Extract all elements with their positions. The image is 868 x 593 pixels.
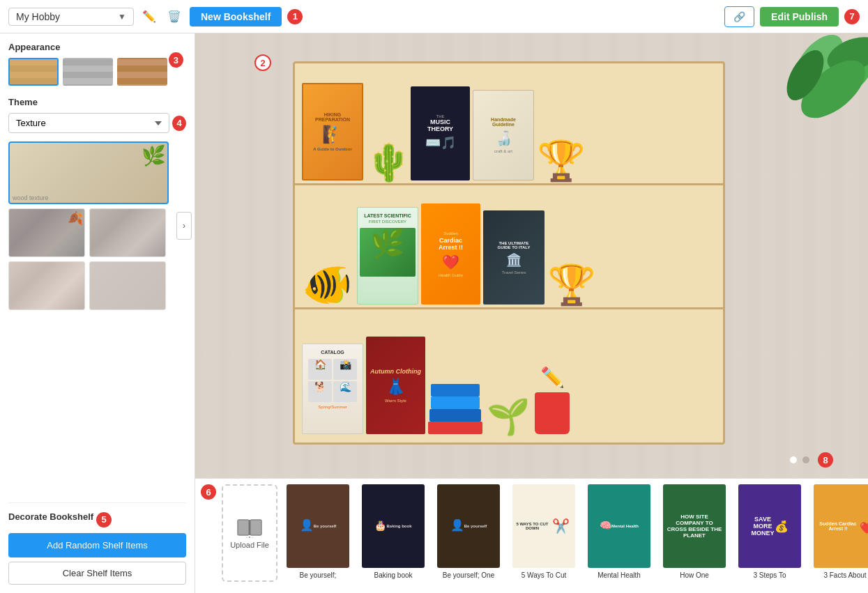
book-italy[interactable]: THE ULTIMATEGUIDE TO ITALY 🏛️ Travel Ser… <box>483 210 545 305</box>
upload-area[interactable]: Upload File <box>222 484 277 582</box>
book-music[interactable]: THE MUSICTHEORY ⌨️🎵 <box>411 86 470 180</box>
cactus-deco[interactable]: 🌵 <box>366 104 408 180</box>
appearance-options: 3 <box>8 58 186 86</box>
appearance-opt-3[interactable] <box>117 58 167 86</box>
pagination-dots: 8 <box>790 452 833 468</box>
pagination-dot-2[interactable] <box>802 456 809 463</box>
appearance-title: Appearance <box>8 42 186 52</box>
new-bookshelf-button[interactable]: New Bookshelf <box>190 7 282 26</box>
texture-gallery: 🌿 wood texture 🍂 › <box>8 141 186 310</box>
appearance-opt-2[interactable] <box>63 58 113 86</box>
topbar-right: 🔗 Edit Publish 7 <box>724 6 860 27</box>
badge-7: 7 <box>844 9 860 24</box>
badge-5: 5 <box>96 512 112 527</box>
badge-1: 1 <box>287 9 303 24</box>
hobby-dropdown[interactable]: My Hobby ▼ <box>8 8 134 26</box>
decorate-title: Decorate Bookshelf <box>8 511 93 522</box>
strip-book-0[interactable]: 👤 Be yourself Be yourself; <box>283 484 353 580</box>
svg-rect-6 <box>250 520 261 535</box>
decorate-section: Decorate Bookshelf 5 Add Random Shelf It… <box>8 502 186 585</box>
strip-book-title-2: Be yourself; One <box>443 571 494 580</box>
strip-book-title-5: How One <box>680 571 709 580</box>
badge-2: 2 <box>254 54 271 71</box>
shelf-row-3: CATALOG 🏠 📸 🐕 🌊 Spring/Summer <box>302 309 716 437</box>
texture-thumb-5[interactable] <box>89 261 166 310</box>
shelf-row-1: HIKING PREPARATION 🧗 A Guide to Outdoor … <box>302 77 716 183</box>
delete-icon[interactable]: 🗑️ <box>165 7 184 26</box>
content-area: 2 <box>195 33 868 593</box>
strip-book-title-7: 3 Facts About <box>823 571 866 580</box>
theme-section: Theme Texture 4 <box>8 97 186 133</box>
pencil-holder[interactable]: ✏️ <box>535 364 577 434</box>
shelf-row-2: 🐠 LATEST SCIENTIFIC FIRST DISCOVERY 🌿 <box>302 185 716 307</box>
texture-thumb-3[interactable] <box>89 208 166 257</box>
strip-book-5[interactable]: HOW SITE COMPANY TO CROSS BESIDE THE PLA… <box>660 484 729 580</box>
books-strip: 6 Upload File 👤 Be yourself Be your <box>195 478 868 593</box>
edit-icon[interactable]: ✏️ <box>139 7 159 26</box>
shelf-unit: HIKING PREPARATION 🧗 A Guide to Outdoor … <box>293 61 725 445</box>
sidebar: Appearance 3 Theme Texture 4 🌿 wood text… <box>0 33 195 593</box>
book-cardiac[interactable]: Sudden CardiacArrest !! ❤️ Health Guide <box>421 203 480 305</box>
appearance-opt-1[interactable] <box>8 58 59 86</box>
bookshelf-canvas: 2 <box>195 33 868 478</box>
strip-book-title-0: Be yourself; <box>300 571 337 580</box>
stacked-books[interactable] <box>428 378 484 434</box>
trophy-deco-1[interactable]: 🏆 <box>537 97 582 180</box>
strip-book-1[interactable]: 🎂 Baking book Baking book <box>358 484 428 580</box>
hobby-select-value: My Hobby <box>16 11 60 22</box>
clear-shelf-button[interactable]: Clear Shelf Items <box>8 562 186 585</box>
book-catalog[interactable]: CATALOG 🏠 📸 🐕 🌊 Spring/Summer <box>302 344 363 434</box>
plant-deco-shelf[interactable]: 🌱 <box>487 357 532 434</box>
plant-decoration <box>743 33 868 173</box>
book-open-icon <box>237 517 262 538</box>
strip-book-title-3: 5 Ways To Cut <box>521 571 566 580</box>
strip-book-6[interactable]: SAVEMOREMONEY 💰 3 Steps To <box>735 484 805 580</box>
book-handmade[interactable]: HandmadeGuideline 🍶 craft & art <box>473 90 534 180</box>
strip-book-title-1: Baking book <box>374 571 412 580</box>
trophy-deco-2[interactable]: 🏆 <box>547 221 593 305</box>
strip-book-3[interactable]: 5 WAYS TO CUT DOWN ✂️ 5 Ways To Cut <box>509 484 579 580</box>
badge-6: 6 <box>201 484 216 500</box>
badge-4: 4 <box>172 116 186 131</box>
strip-book-2[interactable]: 👤 Be yourself Be yourself; One <box>434 484 503 580</box>
book-autumn[interactable]: Autumn Clothing 👗 Warm Style <box>366 337 425 434</box>
svg-rect-5 <box>238 520 249 535</box>
texture-thumb-4[interactable] <box>8 261 85 310</box>
book-scientific[interactable]: LATEST SCIENTIFIC FIRST DISCOVERY 🌿 <box>357 207 418 305</box>
theme-title: Theme <box>8 97 186 107</box>
strip-book-title-4: Mental Health <box>597 571 641 580</box>
texture-thumb-active[interactable]: 🌿 wood texture <box>8 141 169 204</box>
badge-3: 3 <box>169 52 183 68</box>
theme-select[interactable]: Texture <box>8 113 169 133</box>
fishbowl-deco[interactable]: 🐠 <box>302 214 354 305</box>
add-random-button[interactable]: Add Random Shelf Items <box>8 533 186 557</box>
upload-label: Upload File <box>230 541 269 549</box>
edit-publish-button[interactable]: Edit Publish <box>760 7 839 26</box>
chevron-down-icon: ▼ <box>118 12 126 22</box>
texture-thumb-2[interactable]: 🍂 <box>8 208 85 257</box>
book-hiking[interactable]: HIKING PREPARATION 🧗 A Guide to Outdoor <box>302 83 363 180</box>
main-layout: Appearance 3 Theme Texture 4 🌿 wood text… <box>0 33 868 593</box>
pagination-dot-1[interactable] <box>790 456 797 463</box>
topbar: My Hobby ▼ ✏️ 🗑️ New Bookshelf 1 🔗 Edit … <box>0 0 868 33</box>
strip-book-7[interactable]: Sudden Cardiac Arrest !! ❤️ 3 Facts Abou… <box>810 484 868 580</box>
strip-book-4[interactable]: 🧠 Mental Health Mental Health <box>584 484 654 580</box>
link-icon: 🔗 <box>733 11 745 22</box>
strip-book-title-6: 3 Steps To <box>753 571 786 580</box>
badge-8: 8 <box>818 452 833 468</box>
link-button[interactable]: 🔗 <box>724 6 754 27</box>
texture-nav-right[interactable]: › <box>176 212 192 240</box>
